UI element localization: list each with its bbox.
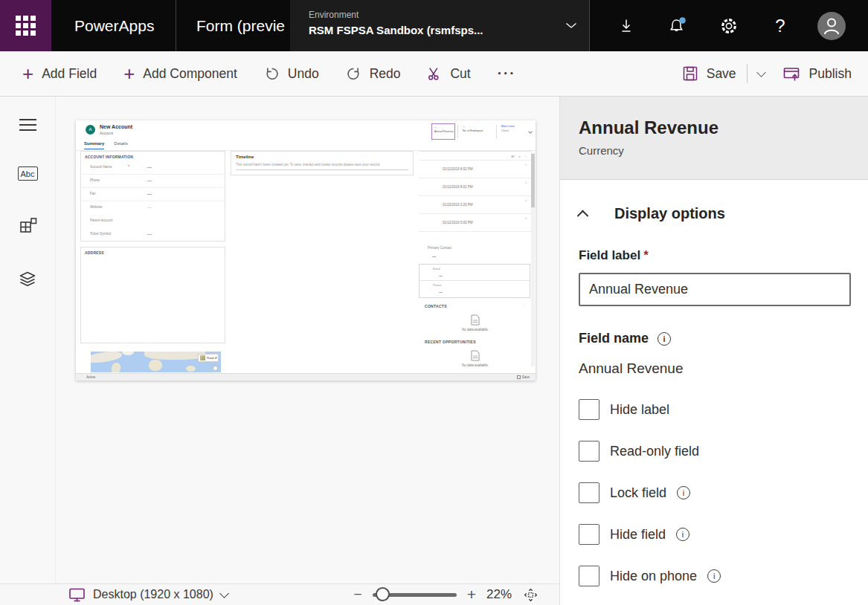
- card-title: ACCOUNT INFORMATION: [81, 152, 225, 161]
- header-field-owner[interactable]: Mark Lewis Owner: [499, 123, 526, 140]
- components-icon: [19, 216, 37, 235]
- divider: [236, 169, 408, 170]
- rail-tree-view-button[interactable]: [18, 271, 37, 288]
- selected-field-title: Annual Revenue: [579, 117, 868, 138]
- activity-filter-row[interactable]: All ∨ ⋯: [419, 151, 532, 161]
- activity-row[interactable]: 01/12/2019 8:02 PM ∨: [419, 178, 532, 196]
- contact-phone-row[interactable]: Phone ---: [419, 281, 530, 297]
- powerapps-form-designer: PowerApps Form (previe Environment RSM F…: [0, 0, 868, 605]
- app-name: PowerApps: [74, 17, 154, 35]
- read-only-field-option: Read-only field: [579, 441, 849, 462]
- redo-button[interactable]: Redo: [346, 66, 401, 82]
- save-split-chevron[interactable]: [756, 68, 766, 77]
- display-options-checkboxes: Hide label Read-only field Lock field i …: [579, 399, 849, 586]
- person-icon: [817, 12, 846, 40]
- save-button[interactable]: Save: [682, 65, 736, 82]
- more-commands-button[interactable]: ···: [498, 65, 516, 82]
- environment-selector[interactable]: Environment RSM FSPSA Sandbox (rsmfsps..…: [290, 0, 590, 51]
- zoom-slider-knob[interactable]: [376, 587, 390, 601]
- read-only-field-checkbox[interactable]: [579, 441, 599, 462]
- zoom-in-button[interactable]: +: [467, 586, 476, 604]
- zoom-out-button[interactable]: −: [354, 586, 362, 603]
- bell-icon: [667, 16, 688, 36]
- chevron-down-icon[interactable]: [528, 129, 533, 134]
- activity-row[interactable]: 01/22/2019 3:20 PM ∨: [419, 196, 532, 214]
- notifications-button[interactable]: [663, 11, 692, 41]
- add-component-button[interactable]: + Add Component: [123, 66, 237, 82]
- device-selector[interactable]: Desktop (1920 x 1080): [0, 587, 228, 602]
- settings-gear-icon: [719, 16, 739, 36]
- divider: [496, 125, 497, 138]
- document-icon: [471, 314, 480, 326]
- map-locate-button[interactable]: [213, 366, 218, 371]
- properties-panel: Annual Revenue Currency Display options …: [559, 97, 868, 605]
- zoom-controls: − + 22%: [354, 586, 559, 604]
- timeline-message: This record hasn't been created yet. To …: [231, 161, 413, 167]
- publish-icon: [782, 65, 801, 82]
- cut-button[interactable]: Cut: [427, 66, 470, 82]
- form-scrollbar[interactable]: [531, 152, 535, 366]
- display-options-toggle[interactable]: Display options: [579, 205, 849, 222]
- map-style-button[interactable]: Road: [198, 354, 219, 362]
- header-field-annual-revenue-selected[interactable]: --- Annual Revenue: [431, 123, 455, 140]
- info-icon[interactable]: i: [676, 528, 689, 541]
- download-button[interactable]: [611, 11, 641, 41]
- info-icon[interactable]: i: [658, 332, 671, 346]
- field-label-input[interactable]: [579, 273, 851, 306]
- scrollbar-thumb[interactable]: [531, 154, 535, 207]
- tab-details[interactable]: Details: [114, 141, 127, 149]
- lock-field-checkbox[interactable]: [579, 482, 599, 503]
- publish-button[interactable]: Publish: [782, 65, 852, 82]
- field-row-account-name[interactable]: Account Name * ---: [82, 161, 224, 175]
- rail-menu-button[interactable]: [19, 119, 36, 131]
- topbar-icon-group: ?: [590, 0, 868, 51]
- lock-field-option: Lock field i: [579, 482, 849, 503]
- divider: [747, 64, 748, 83]
- primary-contact-value[interactable]: ---: [432, 254, 436, 259]
- activity-row[interactable]: 01/12/2019 5:00 PM ∨: [419, 214, 532, 232]
- rail-fields-button[interactable]: Abc: [18, 166, 38, 181]
- rail-components-button[interactable]: [19, 216, 37, 235]
- info-icon[interactable]: i: [677, 486, 690, 499]
- filter-label: All: [511, 155, 514, 158]
- abc-field-icon: Abc: [18, 166, 38, 181]
- activity-row[interactable]: 01/12/2019 8:02 PM ∨: [419, 161, 532, 178]
- waffle-icon: [16, 16, 36, 36]
- device-label: Desktop (1920 x 1080): [93, 588, 213, 601]
- waffle-menu-button[interactable]: [0, 0, 51, 51]
- hide-label-checkbox[interactable]: [579, 399, 599, 420]
- help-button[interactable]: ?: [765, 11, 795, 41]
- bing-map: Road: [91, 352, 221, 372]
- fit-to-screen-icon[interactable]: [522, 586, 539, 604]
- info-icon[interactable]: i: [707, 569, 721, 583]
- field-row-website[interactable]: Website ---: [82, 201, 224, 215]
- field-row-fax[interactable]: Fax ---: [82, 188, 224, 201]
- field-label-label: Field label*: [579, 248, 849, 263]
- layers-icon: [18, 271, 37, 288]
- form-canvas-page: A New Account Account --- Annual Revenue…: [76, 120, 536, 381]
- header-field-no-of-employees[interactable]: --- No. of Employees: [460, 123, 494, 140]
- account-button[interactable]: [817, 11, 846, 41]
- field-row-ticker-symbol[interactable]: Ticker Symbol ---: [82, 228, 224, 242]
- publish-label: Publish: [809, 66, 852, 82]
- left-rail: Abc: [0, 97, 56, 583]
- toolbar-left-group: + Add Field + Add Component Undo Redo Cu…: [0, 65, 516, 82]
- settings-button[interactable]: [714, 11, 744, 41]
- contact-email-row[interactable]: Email ---: [419, 265, 530, 281]
- hide-on-phone-checkbox[interactable]: [579, 566, 599, 586]
- hide-label-option: Hide label: [579, 399, 849, 420]
- chevron-up-icon: [577, 210, 589, 222]
- field-row-parent-account[interactable]: Parent Account: [82, 215, 224, 228]
- properties-panel-header: Annual Revenue Currency: [560, 97, 868, 180]
- hide-field-checkbox[interactable]: [579, 524, 599, 545]
- address-card: ADDRESS: [80, 247, 225, 343]
- app-home-link[interactable]: PowerApps: [51, 0, 176, 51]
- zoom-slider[interactable]: [373, 587, 457, 602]
- undo-button[interactable]: Undo: [264, 66, 319, 82]
- more-icon[interactable]: ⋯: [523, 304, 526, 308]
- field-row-phone[interactable]: Phone ---: [82, 175, 224, 188]
- tab-summary[interactable]: Summary: [84, 141, 104, 149]
- add-field-button[interactable]: + Add Field: [22, 66, 97, 82]
- form-footer-save-button[interactable]: Save: [517, 375, 536, 380]
- top-app-bar: PowerApps Form (previe Environment RSM F…: [0, 0, 868, 51]
